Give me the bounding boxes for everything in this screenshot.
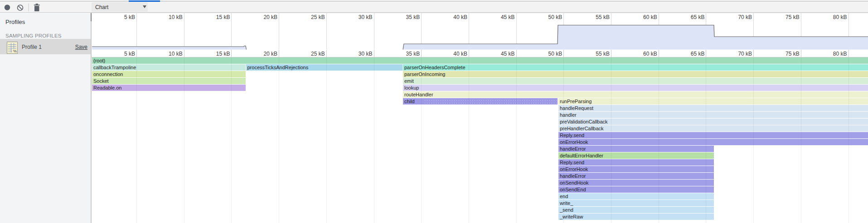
svg-text:%: % bbox=[13, 49, 17, 53]
